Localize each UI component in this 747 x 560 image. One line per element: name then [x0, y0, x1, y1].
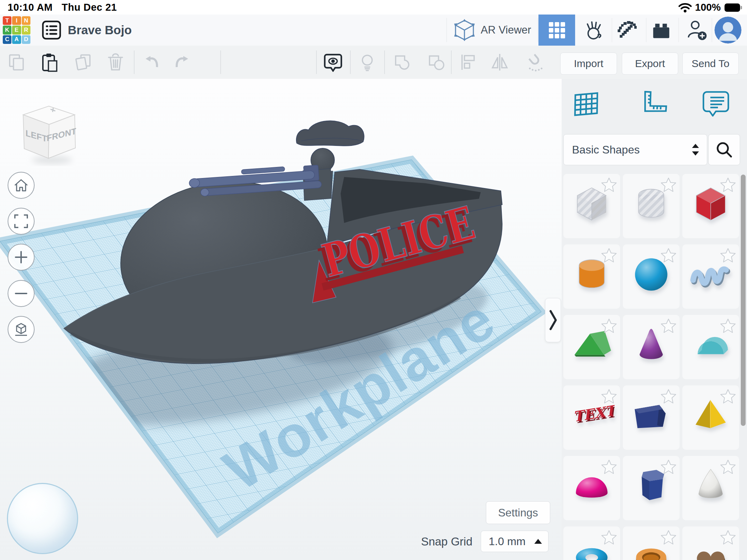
logo-tile: R — [22, 26, 30, 34]
orbit-control-ball[interactable] — [7, 483, 78, 554]
favorite-star-icon[interactable] — [660, 388, 677, 405]
dropdown-arrow-icon — [534, 539, 542, 544]
shape-card-cone[interactable] — [623, 315, 680, 379]
shape-card-roof[interactable] — [563, 315, 620, 379]
paste-icon[interactable] — [39, 53, 59, 72]
wifi-icon — [679, 2, 692, 13]
export-button[interactable]: Export — [622, 53, 678, 75]
favorite-star-icon[interactable] — [660, 247, 677, 264]
perspective-toggle-button[interactable] — [8, 316, 35, 343]
panel-collapse-button[interactable] — [545, 298, 561, 342]
toolbar: Import Export Send To — [0, 46, 747, 79]
shape-category-value: Basic Shapes — [572, 143, 691, 156]
favorite-star-icon[interactable] — [660, 459, 677, 475]
shape-card-tube[interactable] — [623, 526, 680, 560]
redo-icon[interactable] — [173, 53, 192, 72]
delete-icon[interactable] — [106, 53, 125, 72]
shape-panel-toggle-button[interactable] — [538, 15, 575, 46]
fit-view-button[interactable] — [8, 208, 35, 235]
view-cube[interactable]: LEFT FRONT — [10, 97, 76, 166]
divider — [350, 50, 351, 74]
favorite-star-icon[interactable] — [601, 529, 617, 546]
favorite-star-icon[interactable] — [601, 459, 617, 475]
avatar[interactable] — [714, 17, 741, 44]
favorite-star-icon[interactable] — [601, 318, 617, 334]
favorite-star-icon[interactable] — [720, 388, 736, 405]
send-to-button[interactable]: Send To — [682, 53, 739, 75]
magnet-icon[interactable] — [526, 53, 545, 72]
ar-viewer-label: AR Viewer — [481, 24, 531, 36]
shape-card-polygon[interactable] — [623, 456, 680, 520]
shape-card-box[interactable] — [682, 174, 739, 238]
battery-percent: 100% — [695, 2, 721, 13]
hand-gesture-icon[interactable] — [583, 19, 605, 41]
favorite-star-icon[interactable] — [720, 529, 736, 546]
import-button[interactable]: Import — [560, 53, 617, 75]
copy-icon[interactable] — [7, 53, 26, 72]
shape-card-sphere[interactable] — [623, 244, 680, 309]
shape-card-heart[interactable] — [682, 526, 739, 560]
logo-tile: D — [22, 35, 30, 44]
align-icon[interactable] — [459, 53, 478, 72]
shape-card-cylinder[interactable] — [563, 244, 620, 309]
divider — [612, 18, 612, 42]
favorite-star-icon[interactable] — [720, 459, 736, 475]
favorite-star-icon[interactable] — [720, 247, 736, 264]
zoom-out-button[interactable] — [8, 280, 35, 307]
shape-card-box-hole[interactable] — [563, 174, 620, 238]
lightbulb-icon[interactable] — [358, 53, 377, 72]
design-title: Brave Bojo — [68, 15, 132, 46]
shape-card-half-sphere[interactable] — [563, 456, 620, 520]
mirror-icon[interactable] — [490, 53, 509, 72]
shape-card-pyramid[interactable] — [682, 385, 739, 450]
snap-grid-label: Snap Grid — [394, 535, 472, 548]
logo-tile: I — [12, 16, 21, 25]
snap-grid-select[interactable]: 1.0 mm — [481, 531, 548, 552]
pickaxe-icon[interactable] — [616, 19, 638, 41]
select-arrows-icon — [691, 143, 700, 157]
logo-tile: C — [3, 35, 11, 44]
group-icon[interactable] — [393, 53, 412, 72]
tinkercad-logo[interactable]: TINKERCAD — [3, 16, 30, 44]
divider — [134, 50, 135, 74]
shape-card-cylinder-hole[interactable] — [623, 174, 680, 238]
settings-button[interactable]: Settings — [486, 501, 550, 524]
status-date: Thu Dec 21 — [62, 2, 117, 13]
logo-tile: K — [3, 26, 11, 34]
divider — [712, 18, 712, 42]
shape-card-text[interactable]: TEXTTEXT — [563, 385, 620, 450]
favorite-star-icon[interactable] — [660, 318, 677, 334]
favorite-star-icon[interactable] — [720, 318, 736, 334]
shape-card-wedge[interactable] — [623, 385, 680, 450]
viewport-3d[interactable]: Workplane — [0, 79, 562, 560]
show-all-icon[interactable] — [323, 53, 343, 72]
shape-grid-icon — [547, 20, 567, 40]
ungroup-icon[interactable] — [427, 53, 446, 72]
undo-icon[interactable] — [141, 53, 161, 72]
favorite-star-icon[interactable] — [601, 388, 617, 405]
favorite-star-icon[interactable] — [720, 177, 736, 193]
zoom-in-button[interactable] — [8, 244, 35, 271]
home-view-button[interactable] — [8, 172, 35, 199]
add-person-icon[interactable] — [687, 19, 708, 41]
favorite-star-icon[interactable] — [601, 247, 617, 264]
brick-icon[interactable] — [651, 19, 672, 41]
shape-category-select[interactable]: Basic Shapes — [563, 134, 707, 165]
notes-tool-icon[interactable] — [699, 88, 732, 121]
shape-card-round-roof[interactable] — [682, 315, 739, 379]
design-list-icon[interactable] — [42, 20, 62, 40]
shape-card-scribble[interactable] — [682, 244, 739, 309]
workplane-tool-icon[interactable] — [571, 88, 604, 121]
duplicate-icon[interactable] — [73, 53, 93, 72]
ar-viewer-button[interactable]: AR Viewer — [453, 15, 531, 46]
favorite-star-icon[interactable] — [660, 177, 677, 193]
favorite-star-icon[interactable] — [601, 177, 617, 193]
favorite-star-icon[interactable] — [660, 529, 677, 546]
ruler-tool-icon[interactable] — [636, 88, 669, 121]
scrollbar[interactable] — [741, 175, 746, 426]
export-label: Export — [635, 58, 665, 69]
search-button[interactable] — [708, 134, 740, 165]
shape-card-torus[interactable] — [563, 526, 620, 560]
logo-tile: N — [22, 16, 30, 25]
shape-card-paraboloid[interactable] — [682, 456, 739, 520]
